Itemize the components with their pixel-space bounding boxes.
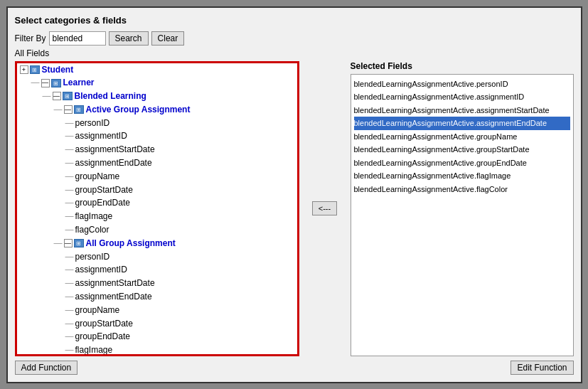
- filter-label: Filter By: [15, 33, 46, 43]
- tree-field-active-personID[interactable]: — personID: [17, 117, 297, 130]
- student-label[interactable]: Student: [42, 64, 74, 76]
- edit-function-button[interactable]: Edit Function: [511, 361, 573, 375]
- tree-field-active-groupStartDate[interactable]: — groupStartDate: [17, 183, 297, 197]
- selected-field-item[interactable]: blendedLearningAssignmentActive.personID: [354, 78, 570, 91]
- filter-input[interactable]: [49, 31, 106, 46]
- tree-item-active-group[interactable]: — — ⊞ Active Group Assignment: [17, 103, 297, 117]
- bottom-left: Add Function: [15, 361, 78, 375]
- remove-field-button[interactable]: <---: [312, 201, 337, 215]
- expand-all[interactable]: —: [64, 239, 73, 247]
- main-window: Select categories & fields Filter By Sea…: [6, 6, 582, 383]
- entity-icon-learner: ⊞: [51, 79, 61, 87]
- tree-item-student[interactable]: + ⊞ Student: [17, 63, 297, 77]
- tree-field-active-assignmentStartDate[interactable]: — assignmentStartDate: [17, 143, 297, 156]
- bottom-bar: Add Function Edit Function: [15, 361, 574, 375]
- selected-field-item[interactable]: blendedLearningAssignmentActive.groupNam…: [354, 130, 570, 144]
- clear-button[interactable]: Clear: [151, 31, 185, 46]
- tree-field-all-groupEndDate[interactable]: — groupEndDate: [17, 330, 297, 343]
- selected-field-item[interactable]: blendedLearningAssignmentActive.assignme…: [354, 90, 570, 104]
- tree-field-active-flagColor[interactable]: — flagColor: [17, 223, 297, 237]
- expand-blended[interactable]: —: [53, 92, 61, 100]
- blended-label[interactable]: Blended Learning: [75, 90, 146, 102]
- tree-field-all-groupStartDate[interactable]: — groupStartDate: [17, 317, 297, 331]
- selected-fields-list[interactable]: blendedLearningAssignmentActive.personID…: [351, 74, 574, 356]
- page-title: Select categories & fields: [15, 15, 574, 26]
- tree-field-all-assignmentID[interactable]: — assignmentID: [17, 263, 297, 277]
- selected-field-item[interactable]: blendedLearningAssignmentActive.groupSta…: [354, 143, 570, 156]
- active-group-label[interactable]: Active Group Assignment: [86, 104, 191, 116]
- tree-field-active-flagImage[interactable]: — flagImage: [17, 210, 297, 223]
- dash-active: —: [54, 104, 63, 116]
- dash-learner: —: [31, 77, 40, 89]
- dash-all: —: [54, 238, 63, 250]
- tree-item-all-group[interactable]: — — ⊞ All Group Assignment: [17, 237, 297, 250]
- left-panel: + ⊞ Student — — ⊞ Learner — — ⊞ Blended …: [15, 61, 299, 356]
- expand-student[interactable]: +: [20, 65, 28, 74]
- tree-field-active-groupName[interactable]: — groupName: [17, 170, 297, 183]
- bottom-right: Edit Function: [511, 361, 573, 375]
- selected-fields-label: Selected Fields: [351, 61, 574, 71]
- tree-field-all-groupName[interactable]: — groupName: [17, 304, 297, 317]
- tree-field-all-flagImage[interactable]: — flagImage: [17, 343, 297, 356]
- tree-field-active-groupEndDate[interactable]: — groupEndDate: [17, 196, 297, 210]
- entity-icon-student: ⊞: [30, 65, 40, 74]
- entity-icon-all: ⊞: [74, 239, 84, 247]
- search-button[interactable]: Search: [109, 31, 149, 46]
- filter-row: Filter By Search Clear: [15, 31, 574, 46]
- selected-field-item[interactable]: blendedLearningAssignmentActive.flagImag…: [354, 169, 570, 183]
- tree-field-all-personID[interactable]: — personID: [17, 250, 297, 264]
- tree-container[interactable]: + ⊞ Student — — ⊞ Learner — — ⊞ Blended …: [15, 61, 299, 356]
- tree-field-active-assignmentEndDate[interactable]: — assignmentEndDate: [17, 156, 297, 170]
- all-group-label[interactable]: All Group Assignment: [86, 238, 176, 250]
- selected-field-item[interactable]: blendedLearningAssignmentActive.groupEnd…: [354, 156, 570, 170]
- expand-active[interactable]: —: [64, 105, 73, 114]
- dash-blended: —: [43, 90, 51, 102]
- tree-field-active-assignmentID[interactable]: — assignmentID: [17, 129, 297, 143]
- right-panel: Selected Fields blendedLearningAssignmen…: [351, 61, 574, 356]
- selected-field-item[interactable]: blendedLearningAssignmentActive.flagColo…: [354, 183, 570, 196]
- entity-icon-blended: ⊞: [63, 92, 73, 100]
- tree-field-all-assignmentStartDate[interactable]: — assignmentStartDate: [17, 277, 297, 290]
- entity-icon-active: ⊞: [74, 105, 84, 114]
- all-fields-label: All Fields: [15, 48, 574, 58]
- tree-field-all-assignmentEndDate[interactable]: — assignmentEndDate: [17, 290, 297, 304]
- learner-label[interactable]: Learner: [63, 77, 95, 89]
- selected-field-item[interactable]: blendedLearningAssignmentActive.assignme…: [354, 104, 570, 117]
- tree-item-blended[interactable]: — — ⊞ Blended Learning: [17, 90, 297, 103]
- main-content: + ⊞ Student — — ⊞ Learner — — ⊞ Blended …: [15, 61, 574, 356]
- expand-learner[interactable]: —: [41, 79, 50, 87]
- selected-field-item[interactable]: blendedLearningAssignmentActive.assignme…: [354, 117, 570, 130]
- tree-item-learner[interactable]: — — ⊞ Learner: [17, 76, 297, 90]
- center-panel: <---: [304, 61, 346, 356]
- add-function-button[interactable]: Add Function: [15, 361, 78, 375]
